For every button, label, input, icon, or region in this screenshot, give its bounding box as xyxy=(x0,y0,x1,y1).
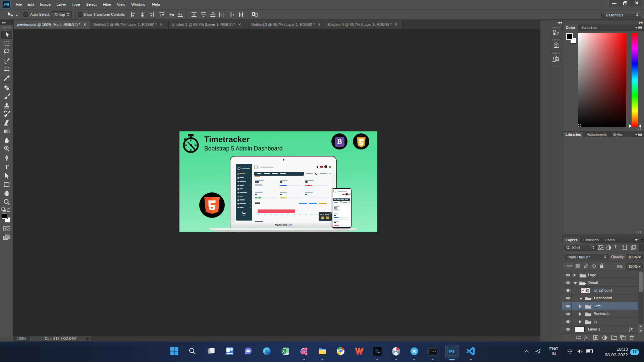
svg-text:S: S xyxy=(413,349,416,354)
svg-text:X: X xyxy=(282,349,285,353)
svg-text:JS: JS xyxy=(359,134,363,137)
svg-text:HTML: HTML xyxy=(209,194,215,197)
svg-text:J: J xyxy=(306,353,307,355)
svg-text:T: T xyxy=(5,164,9,171)
svg-text:J: J xyxy=(306,348,307,350)
